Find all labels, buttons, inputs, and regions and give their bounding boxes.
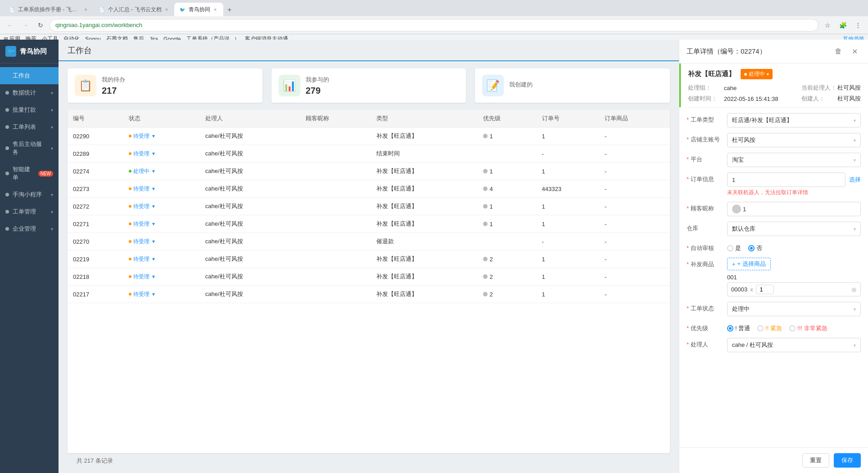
bookmark-button[interactable]: ☆ [821, 19, 834, 32]
goods-control: + + 选择商品 001 00003 x ⊗ [727, 258, 861, 296]
table-row[interactable]: 02217 待受理 ▾ cahe/杜可风按 补发【旺店通】 2 1 - [68, 286, 670, 303]
status-link[interactable]: 待受理 [133, 150, 149, 158]
stat-pending[interactable]: 📋 我的待办 217 [68, 68, 262, 103]
save-button[interactable]: 保存 [834, 453, 861, 468]
priority-very-urgent-option[interactable]: !!! 非常紧急 [789, 324, 827, 332]
sidebar-item-data[interactable]: 数据统计 ▾ [0, 84, 59, 101]
cell-goods: - [599, 250, 670, 268]
add-goods-button[interactable]: + + 选择商品 [727, 258, 771, 270]
order-info-select-link[interactable]: 选择 [849, 176, 861, 184]
cell-type: 补发【旺店通】 [371, 198, 478, 215]
auto-audit-yes-radio[interactable] [727, 245, 733, 251]
stat-created[interactable]: 📝 我创建的 [475, 68, 670, 103]
status-link[interactable]: 待受理 [133, 291, 149, 298]
back-button[interactable]: ← [4, 19, 16, 32]
status-arrow: ▾ [152, 273, 155, 280]
priority-urgent-radio[interactable] [757, 325, 764, 332]
table-row[interactable]: 02289 待受理 ▾ cahe/杜可风按 结束时间 - - [68, 145, 670, 163]
status-link[interactable]: 待受理 [133, 203, 149, 210]
customer-control: 1 [727, 202, 861, 216]
priority-normal-option[interactable]: ! 普通 [727, 324, 750, 332]
table-row[interactable]: 02271 待受理 ▾ cahe/杜可风按 补发【旺店通】 1 1 - [68, 215, 670, 233]
sidebar-item-mini[interactable]: 手淘小程序 ▾ [0, 186, 59, 203]
status-link[interactable]: 待受理 [133, 238, 149, 246]
sidebar-menu: 工作台 数据统计 ▾ 批量打款 ▾ 工单列表 ▾ 售后主动服务 ▾ [0, 64, 59, 473]
col-id: 编号 [68, 110, 123, 127]
address-bar[interactable]: qingniao.1yangai.com/workbench [50, 19, 818, 32]
sidebar-item-workbench[interactable]: 工作台 [0, 67, 59, 84]
menu-dot-batch [5, 108, 9, 112]
cell-id: 02290 [68, 127, 123, 145]
forward-button[interactable]: → [19, 19, 32, 32]
shop-account-select[interactable]: 杜可风按 ▾ [727, 133, 861, 147]
sidebar-item-batch-label: 批量打款 [13, 106, 47, 114]
ticket-type-select[interactable]: 旺店通/补发【旺店通】 ▾ [727, 113, 861, 127]
sidebar-item-batch[interactable]: 批量打款 ▾ [0, 101, 59, 118]
menu-button[interactable]: ⋮ [852, 19, 864, 32]
smart-badge: NEW [38, 171, 53, 177]
meta-creator-label: 创建人： [801, 95, 837, 103]
table-row[interactable]: 02273 待受理 ▾ cahe/杜可风按 补发【旺店通】 4 443323 - [68, 180, 670, 198]
reload-button[interactable]: ↻ [34, 19, 47, 32]
goods-delete-button[interactable]: ⊗ [851, 286, 857, 293]
status-arrow: ▾ [152, 221, 155, 227]
sidebar-item-ticket-list[interactable]: 工单列表 ▾ [0, 118, 59, 136]
cell-type: 补发【旺店通】 [371, 127, 478, 145]
sidebar-item-smart[interactable]: 智能建单 NEW [0, 161, 59, 186]
status-dot [129, 135, 131, 137]
ticket-status-select[interactable]: 处理中 ▾ [727, 302, 861, 316]
stat-involved[interactable]: 📊 我参与的 279 [271, 68, 466, 103]
tab-3-close[interactable]: × [213, 6, 217, 13]
cell-order: - [537, 233, 599, 250]
sidebar-item-company[interactable]: 企业管理 ▾ [0, 220, 59, 237]
auto-audit-no-radio[interactable] [748, 245, 755, 251]
sidebar-item-aftersale[interactable]: 售后主动服务 ▾ [0, 136, 59, 161]
cell-status: 待受理 ▾ [123, 180, 199, 198]
priority-very-urgent-radio[interactable] [789, 325, 796, 332]
status-link[interactable]: 待受理 [133, 220, 149, 228]
table-row[interactable]: 02219 待受理 ▾ cahe/杜可风按 补发【旺店通】 2 1 - [68, 250, 670, 268]
goods-qty-input[interactable] [756, 285, 774, 294]
cell-priority: 2 [478, 286, 536, 303]
tab-2-close[interactable]: × [164, 6, 169, 13]
priority-urgent-option[interactable]: !! 紧急 [757, 324, 782, 332]
reset-button[interactable]: 重置 [802, 453, 829, 468]
tab-add-button[interactable]: + [223, 4, 236, 16]
table-row[interactable]: 02290 待受理 ▾ cahe/杜可风按 补发【旺店通】 1 1 - [68, 127, 670, 145]
auto-audit-yes-option[interactable]: 是 [727, 244, 741, 252]
status-link[interactable]: 处理中 [133, 168, 149, 175]
meta-handler-label: 当前处理人： [801, 84, 837, 92]
cell-handler: cahe/杜可风按 [200, 198, 300, 215]
handler-select[interactable]: cahe / 杜可风按 ▾ [727, 338, 861, 352]
status-link[interactable]: 待受理 [133, 273, 149, 281]
form-row-priority: 优先级 ! 普通 !! 紧急 [687, 322, 861, 332]
panel-close-button[interactable]: ✕ [848, 45, 861, 58]
order-info-input[interactable]: 1 [727, 173, 845, 187]
auto-audit-no-option[interactable]: 否 [748, 244, 762, 252]
extensions-button[interactable]: 🧩 [836, 19, 849, 32]
table-row[interactable]: 02270 待受理 ▾ cahe/杜可风按 催退款 - - [68, 233, 670, 250]
panel-delete-button[interactable]: 🗑 [832, 45, 845, 58]
form-section: 工单类型 旺店通/补发【旺店通】 ▾ 店铺主账号 杜可风按 ▾ [679, 108, 868, 363]
tab-3[interactable]: 🐦 青鸟协同 × [174, 3, 223, 16]
status-arrow: ▾ [152, 238, 155, 245]
cell-order: 1 [537, 198, 599, 215]
table-row[interactable]: 02272 待受理 ▾ cahe/杜可风按 补发【旺店通】 1 1 - [68, 198, 670, 215]
sidebar-item-ticket-mgmt[interactable]: 工单管理 ▾ [0, 203, 59, 220]
warehouse-select[interactable]: 默认仓库 ▾ [727, 222, 861, 236]
ticket-type-label: 工单类型 [687, 113, 727, 124]
status-link[interactable]: 待受理 [133, 255, 149, 263]
table-row[interactable]: 02218 待受理 ▾ cahe/杜可风按 补发【旺店通】 2 1 - [68, 268, 670, 286]
cell-priority: 2 [478, 268, 536, 286]
status-link[interactable]: 待受理 [133, 185, 149, 193]
status-link[interactable]: 待受理 [133, 132, 149, 140]
cell-order: 443323 [537, 180, 599, 198]
priority-normal-radio[interactable] [727, 325, 733, 332]
table-row[interactable]: 02274 处理中 ▾ cahe/杜可风按 补发【旺店通】 1 1 - [68, 163, 670, 180]
tab-1[interactable]: 📄 工单系统操作手册 - 飞书云文档 × [4, 3, 94, 16]
tab-2[interactable]: 📄 个人汇总 - 飞书云文档 × [94, 3, 174, 16]
tab-1-close[interactable]: × [84, 6, 88, 13]
platform-select[interactable]: 淘宝 ▾ [727, 153, 861, 167]
menu-dot-company [5, 227, 9, 231]
customer-input[interactable]: 1 [727, 202, 861, 216]
